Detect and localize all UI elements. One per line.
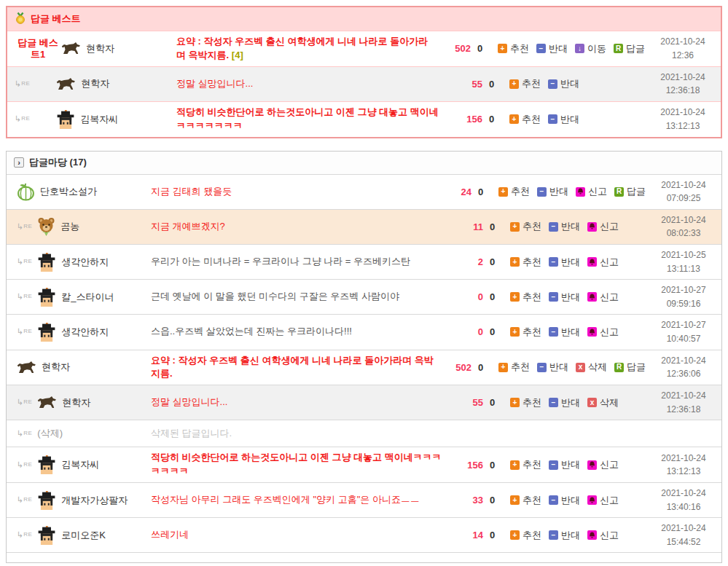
button-label: 추천 bbox=[522, 458, 541, 471]
down-icon: − bbox=[549, 398, 558, 407]
button-move[interactable]: ↓이동 bbox=[575, 42, 606, 55]
down-icon: − bbox=[549, 222, 558, 232]
button-report[interactable]: 신고 bbox=[587, 256, 619, 269]
timestamp-time: 12:36:18 bbox=[646, 403, 721, 417]
vote-counts: 1560 bbox=[454, 114, 499, 125]
report-icon bbox=[587, 292, 597, 302]
downvote-count: 0 bbox=[478, 362, 488, 373]
button-label: 삭제 bbox=[600, 396, 619, 409]
upvote-count: 55 bbox=[455, 397, 483, 408]
report-icon bbox=[587, 222, 597, 232]
button-label: 신고 bbox=[600, 458, 619, 471]
username[interactable]: 개발자가상팔자 bbox=[61, 494, 128, 507]
reply-row: ↳RE(삭제)삭제된 답글입니다. bbox=[7, 420, 721, 447]
button-reply[interactable]: R답글 bbox=[614, 361, 646, 374]
timestamp-time: 09:59:16 bbox=[646, 297, 721, 311]
button-up[interactable]: +추천 bbox=[510, 494, 541, 507]
username[interactable]: 곰농 bbox=[60, 220, 79, 233]
button-up[interactable]: +추천 bbox=[509, 77, 541, 90]
username[interactable]: 생각안하지 bbox=[61, 326, 109, 339]
username[interactable]: 단호박소설가 bbox=[40, 185, 97, 198]
reply-row: ↳RE김복자씨적당히 비슷한단어로 하는것도아니고 이젠 그냥 대놓고 맥이네ㅋ… bbox=[7, 101, 721, 137]
button-down[interactable]: −반대 bbox=[537, 361, 568, 374]
username[interactable]: 생각안하지 bbox=[61, 256, 109, 269]
username[interactable]: 현학자 bbox=[86, 42, 114, 55]
reply-board-header: › 답글마당 (17) bbox=[7, 152, 721, 174]
button-down[interactable]: −반대 bbox=[549, 458, 580, 471]
button-down[interactable]: −반대 bbox=[537, 185, 568, 198]
button-down[interactable]: −반대 bbox=[536, 42, 568, 55]
downvote-count: 0 bbox=[490, 495, 500, 506]
button-delete[interactable]: x삭제 bbox=[587, 396, 619, 409]
button-reply[interactable]: R답글 bbox=[614, 42, 645, 55]
button-up[interactable]: +추천 bbox=[510, 256, 541, 269]
button-report[interactable]: 신고 bbox=[587, 458, 619, 471]
comment-link-count[interactable]: [4] bbox=[229, 50, 243, 60]
button-up[interactable]: +추천 bbox=[510, 529, 541, 542]
button-label: 반대 bbox=[561, 291, 580, 304]
action-buttons: +추천−반대x삭제 bbox=[500, 396, 646, 409]
downvote-count: 0 bbox=[489, 79, 499, 90]
username[interactable]: 칼_스타이너 bbox=[61, 291, 114, 304]
username[interactable]: 현학자 bbox=[42, 361, 70, 374]
downvote-count: 0 bbox=[490, 291, 500, 302]
timestamp: 2021-10-2413:40:16 bbox=[646, 487, 721, 514]
timestamp-date: 2021-10-24 bbox=[645, 35, 721, 49]
button-reply[interactable]: R답글 bbox=[614, 185, 646, 198]
timestamp-date: 2021-10-24 bbox=[645, 106, 721, 119]
button-label: 반대 bbox=[549, 361, 568, 374]
comment-text-cell: 정말 실망입니다... bbox=[151, 396, 455, 409]
button-down[interactable]: −반대 bbox=[549, 396, 580, 409]
button-up[interactable]: +추천 bbox=[509, 113, 541, 126]
button-down[interactable]: −반대 bbox=[549, 220, 580, 233]
action-buttons: +추천−반대신고 bbox=[500, 458, 646, 471]
button-down[interactable]: −반대 bbox=[549, 494, 580, 507]
button-report[interactable]: 신고 bbox=[587, 220, 619, 233]
reply-author-cell: ↳RE개발자가상팔자 bbox=[7, 491, 151, 510]
comment-text: 쓰레기네 bbox=[151, 529, 189, 540]
comment-text: 작성자님 아무리 그래도 우즈벡인에게 "양키 고홈"은 아니죠ㅡㅡ bbox=[151, 494, 420, 505]
best-replies-title: 답글 베스트 bbox=[31, 12, 81, 25]
timestamp: 2021-10-2408:02:33 bbox=[646, 213, 721, 240]
timestamp-date: 2021-10-25 bbox=[646, 248, 721, 262]
timestamp-date: 2021-10-24 bbox=[645, 71, 721, 84]
button-up[interactable]: +추천 bbox=[498, 361, 530, 374]
button-up[interactable]: +추천 bbox=[498, 42, 529, 55]
comment-text-cell: 지금 김태희 됐을듯 bbox=[151, 185, 443, 199]
button-down[interactable]: −반대 bbox=[549, 326, 580, 339]
timestamp: 2021-10-2413:12:13 bbox=[645, 106, 721, 133]
reply-indent-icon: ↳RE bbox=[17, 460, 32, 470]
button-report[interactable]: 신고 bbox=[576, 185, 607, 198]
vote-counts: 240 bbox=[443, 186, 488, 197]
button-up[interactable]: +추천 bbox=[510, 458, 541, 471]
comment-text: 정말 실망입니다... bbox=[151, 396, 227, 407]
button-report[interactable]: 신고 bbox=[587, 529, 619, 542]
upvote-count: 156 bbox=[454, 114, 482, 125]
timestamp-date: 2021-10-24 bbox=[646, 522, 721, 535]
button-up[interactable]: +추천 bbox=[510, 220, 541, 233]
button-report[interactable]: 신고 bbox=[587, 326, 619, 339]
button-up[interactable]: +추천 bbox=[498, 185, 530, 198]
best-replies-section: 답글 베스트 답글 베스트1현학자요약 : 작성자 우즈벡 출신 여학생에게 니… bbox=[6, 6, 722, 138]
button-down[interactable]: −반대 bbox=[548, 113, 579, 126]
username[interactable]: 현학자 bbox=[81, 77, 109, 90]
username[interactable]: 로미오준K bbox=[61, 529, 106, 542]
username[interactable]: 김복자씨 bbox=[61, 458, 99, 471]
comment-text-cell: 우리가 아는 미녀나라 = 우크라이나 그냥 나라 = 우즈베키스탄 bbox=[151, 255, 455, 269]
username[interactable]: 현학자 bbox=[62, 396, 90, 409]
button-report[interactable]: 신고 bbox=[587, 291, 619, 304]
button-up[interactable]: +추천 bbox=[510, 326, 541, 339]
action-buttons: +추천−반대신고R답글 bbox=[488, 185, 646, 198]
button-delete[interactable]: x삭제 bbox=[576, 361, 607, 374]
button-down[interactable]: −반대 bbox=[549, 529, 580, 542]
button-down[interactable]: −반대 bbox=[548, 77, 579, 90]
button-down[interactable]: −반대 bbox=[549, 256, 580, 269]
collapse-arrow-icon[interactable]: › bbox=[14, 157, 24, 168]
button-up[interactable]: +추천 bbox=[510, 396, 541, 409]
button-report[interactable]: 신고 bbox=[587, 494, 619, 507]
button-down[interactable]: −반대 bbox=[549, 291, 580, 304]
reply-author-cell: ↳RE김복자씨 bbox=[7, 110, 176, 129]
timestamp: 2021-10-2710:40:57 bbox=[646, 318, 721, 345]
username[interactable]: 김복자씨 bbox=[80, 113, 118, 126]
button-up[interactable]: +추천 bbox=[510, 291, 541, 304]
